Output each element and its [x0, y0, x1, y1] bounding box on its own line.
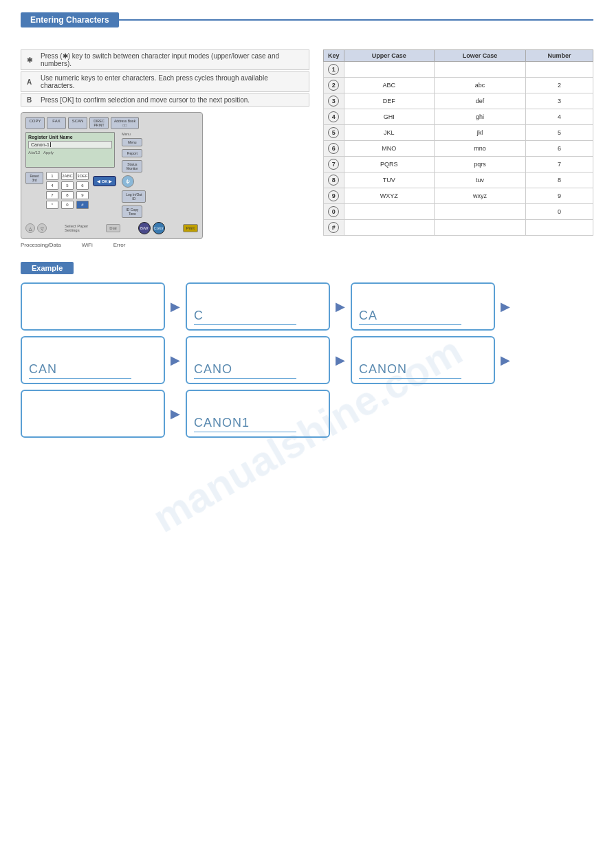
nav-up-button[interactable]: △	[25, 223, 35, 233]
lower-cell: jkl	[435, 125, 526, 141]
diagram-left: ✱ Press (✱) key to switch between charac…	[21, 49, 309, 248]
fax-button[interactable]: FAX	[47, 117, 66, 129]
table-row: 5JKLjkl5	[324, 125, 593, 141]
flow-row-2: CAN ▶ CANO ▶ CANON ▶	[21, 336, 593, 384]
callout-star: ✱ Press (✱) key to switch between charac…	[21, 49, 309, 70]
key-cell: 4	[324, 109, 344, 125]
key-7[interactable]: 7	[46, 191, 58, 199]
section-title-line	[119, 19, 593, 21]
section-title-bar: Entering Characters	[21, 12, 593, 27]
number-cell: 5	[525, 125, 593, 141]
callout-b-symbol: B	[27, 96, 41, 104]
id-copy-button[interactable]: ID Copy Tone	[122, 205, 142, 218]
table-row: 3DEFdef3	[324, 93, 593, 109]
menu-button[interactable]: Menu	[122, 138, 142, 146]
log-in-out-button[interactable]: Log In/Out ID	[122, 190, 146, 203]
scan-button[interactable]: SCAN	[68, 117, 87, 129]
ok-button[interactable]: ◀ OK ▶	[93, 176, 116, 186]
screen-bottom-bar: A/a/12 Apply	[28, 151, 112, 155]
menu-label: Menu	[122, 132, 146, 136]
upper-cell	[344, 220, 435, 236]
callout-a: A Use numeric keys to enter characters. …	[21, 71, 309, 92]
key-8[interactable]: 8	[61, 191, 74, 199]
dial-label: Dial	[106, 224, 120, 232]
lower-cell: abc	[435, 78, 526, 93]
copy-button[interactable]: COPY	[25, 117, 45, 129]
key-cell: 8	[324, 173, 344, 188]
key-cell: 5	[324, 125, 344, 141]
flow-arrow-2: ▶	[330, 299, 351, 314]
upper-cell: DEF	[344, 93, 435, 109]
color-start-button[interactable]: Color	[153, 222, 165, 234]
table-row: 9WXYZwxyz9	[324, 188, 593, 204]
key-9[interactable]: 9	[76, 191, 89, 199]
number-cell: 0	[525, 204, 593, 220]
key-table: Key Upper Case Lower Case Number 12ABCab…	[323, 49, 593, 236]
number-cell: 3	[525, 93, 593, 109]
energy-saver-button[interactable]: ⏻	[122, 175, 134, 188]
flow-grid: ▶ C ▶ CA ▶ CAN ▶ CANO ▶	[21, 282, 593, 438]
flow-box-4-text: CAN	[29, 362, 131, 379]
upper-cell: MNO	[344, 141, 435, 157]
status-monitor-button[interactable]: Status Monitor	[122, 160, 142, 173]
lower-cell	[435, 204, 526, 220]
flow-arrow-7: ▶	[165, 406, 186, 421]
key-cell: 7	[324, 157, 344, 173]
diagram-area: ✱ Press (✱) key to switch between charac…	[0, 43, 614, 255]
number-cell: 9	[525, 188, 593, 204]
number-cell: 7	[525, 157, 593, 173]
key-6[interactable]: 6	[76, 181, 89, 190]
flow-arrow-6: ▶	[495, 353, 516, 368]
key-1[interactable]: 1	[46, 172, 58, 180]
flow-box-8: CANON1	[186, 390, 330, 438]
callout-star-text: Press (✱) key to switch between characte…	[41, 52, 303, 67]
callout-b: B Press [OK] to confirm selection and mo…	[21, 93, 309, 107]
key-0[interactable]: 0	[61, 201, 74, 209]
flow-box-1	[21, 282, 165, 331]
upper-cell	[344, 62, 435, 78]
lower-cell: ghi	[435, 109, 526, 125]
table-row: 00	[324, 204, 593, 220]
flow-box-3-text: CA	[359, 309, 461, 325]
flow-arrow-1: ▶	[165, 299, 186, 314]
key-star[interactable]: *	[46, 201, 58, 209]
flow-box-8-text: CANON1	[194, 416, 296, 432]
nav-down-button[interactable]: ▽	[37, 223, 47, 233]
number-cell: 2	[525, 78, 593, 93]
number-cell: 4	[525, 109, 593, 125]
address-book-button[interactable]: Address Book□□	[111, 117, 139, 129]
key-4[interactable]: 4	[46, 181, 58, 190]
callout-a-text: Use numeric keys to enter characters. Ea…	[41, 74, 303, 89]
lower-cell: mno	[435, 141, 526, 157]
key-2[interactable]: 2ABC	[61, 172, 74, 180]
key-cell: 3	[324, 93, 344, 109]
numpad: 1 2ABC 3DEF 4 5 6 7 8 9 * 0	[46, 172, 90, 209]
table-row: 1	[324, 62, 593, 78]
bw-start-button[interactable]: B/W	[138, 222, 151, 234]
table-row: 4GHIghi4	[324, 109, 593, 125]
report-button[interactable]: Report	[122, 149, 142, 157]
bottom-annotation-labels: Processing/Data WiFi Error	[21, 242, 309, 248]
key-3[interactable]: 3DEF	[76, 172, 89, 180]
flow-box-6-text: CANON	[359, 362, 461, 379]
flow-box-5: CANO	[186, 336, 330, 384]
key-5[interactable]: 5	[61, 181, 74, 190]
reset-button[interactable]: Reset3rd	[25, 172, 43, 184]
callout-b-text: Press [OK] to confirm selection and move…	[41, 96, 303, 104]
col-header-upper: Upper Case	[344, 50, 435, 62]
diagram-right: Key Upper Case Lower Case Number 12ABCab…	[323, 49, 593, 248]
lower-cell: wxyz	[435, 188, 526, 204]
flow-arrow-5: ▶	[330, 353, 351, 368]
processing-data-label: Processing/Data	[21, 242, 61, 248]
error-label: Error	[113, 242, 126, 248]
bottom-section: Example ▶ C ▶ CA ▶ CAN ▶	[0, 255, 614, 445]
key-hash[interactable]: #	[76, 201, 89, 209]
flow-box-7	[21, 390, 165, 438]
flow-row-1: ▶ C ▶ CA ▶	[21, 282, 593, 331]
direct-print-button[interactable]: DIRECPRINT	[89, 117, 109, 129]
upper-cell: WXYZ	[344, 188, 435, 204]
col-header-key: Key	[324, 50, 344, 62]
flow-box-2-text: C	[194, 309, 296, 325]
screen-input: Canon-1​	[28, 141, 112, 148]
upper-cell: JKL	[344, 125, 435, 141]
